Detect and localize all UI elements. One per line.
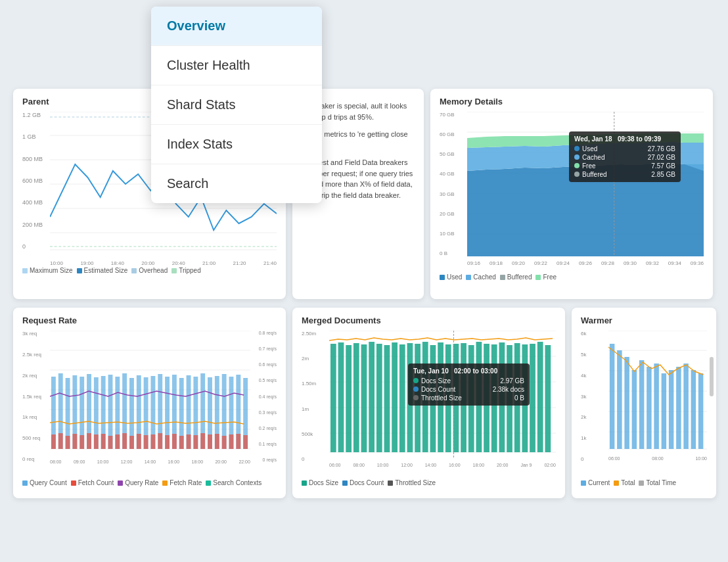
- request-legend: Query Count Fetch Count Query Rate Fetch…: [22, 479, 277, 486]
- request-chart: 08:00 09:00 10:00 12:00 14:00 16:00 18:0…: [50, 331, 250, 456]
- svg-rect-61: [87, 433, 91, 449]
- svg-rect-97: [384, 345, 390, 452]
- svg-rect-69: [144, 435, 148, 449]
- svg-rect-96: [376, 344, 382, 452]
- nav-item-index-stats[interactable]: Index Stats: [151, 125, 322, 164]
- svg-rect-129: [624, 357, 629, 449]
- request-rate-title: Request Rate: [22, 316, 277, 325]
- svg-rect-117: [537, 342, 543, 452]
- svg-rect-90: [330, 344, 336, 452]
- merged-docs-card: Merged Documents 0 500k 1m 1.50m 2m 2.50…: [292, 308, 565, 498]
- svg-rect-127: [610, 344, 615, 449]
- legend-dot-tripped: [171, 268, 177, 273]
- svg-rect-132: [647, 367, 652, 449]
- svg-rect-138: [691, 370, 696, 449]
- svg-rect-94: [361, 344, 367, 452]
- merged-docs-title: Merged Documents: [302, 316, 556, 325]
- svg-rect-78: [208, 434, 212, 449]
- merged-chart: Tue, Jan 10 02:00 to 03:00 Docs Size 2.9…: [329, 331, 556, 469]
- legend-dot-overhead: [131, 268, 137, 273]
- merged-tooltip-title: Tue, Jan 10 02:00 to 03:00: [413, 367, 524, 375]
- legend-dot-max: [22, 268, 28, 273]
- svg-rect-118: [545, 345, 551, 452]
- svg-rect-81: [229, 434, 234, 449]
- memory-y-axis: 0 B 10 GB 20 GB 30 GB 40 GB 50 GB 60 GB …: [440, 112, 466, 256]
- svg-rect-80: [222, 436, 227, 449]
- svg-rect-64: [108, 436, 113, 449]
- memory-card: Memory Details 0 B 10 GB 20 GB 30 GB 40 …: [430, 89, 713, 299]
- parent-y-axis: 0 200 MB 400 MB 600 MB 800 MB 1 GB 1.2 G…: [22, 112, 49, 250]
- svg-rect-71: [158, 433, 162, 449]
- scrollbar[interactable]: [710, 357, 714, 396]
- svg-rect-131: [639, 360, 645, 449]
- svg-rect-135: [669, 370, 674, 449]
- request-y-right: 0 req/s 0.1 req/s 0.2 req/s 0.3 req/s 0.…: [252, 331, 277, 462]
- svg-rect-130: [632, 370, 637, 449]
- warmer-legend: Current Total Total Time: [581, 479, 707, 486]
- request-y-left: 0 req 500 req 1k req 1.5k req 2k req 2.5…: [22, 331, 49, 462]
- request-rate-card: Request Rate 0 req 500 req 1k req 1.5k r…: [13, 308, 286, 498]
- nav-item-overview[interactable]: Overview: [151, 7, 322, 46]
- svg-rect-62: [94, 434, 99, 449]
- legend-used: [440, 275, 445, 280]
- svg-rect-66: [122, 433, 127, 449]
- merged-y-axis: 0 500k 1m 1.50m 2m 2.50m: [302, 331, 328, 462]
- svg-rect-134: [662, 373, 667, 449]
- svg-rect-56: [51, 434, 56, 449]
- svg-rect-99: [399, 344, 405, 452]
- memory-chart: Wed, Jan 18 09:38 to 09:39 Used 27.76 GB…: [467, 112, 704, 269]
- svg-rect-65: [115, 434, 120, 449]
- svg-rect-72: [165, 435, 170, 449]
- memory-tooltip: Wed, Jan 18 09:38 to 09:39 Used 27.76 GB…: [569, 131, 681, 182]
- memory-legend: Used Cached Buffered Free: [440, 273, 704, 281]
- svg-rect-76: [193, 435, 198, 449]
- warmer-y-axis: 0 1k 2k 3k 4k 5k 6k: [581, 331, 607, 462]
- svg-rect-92: [346, 345, 352, 452]
- warmer-title: Warmer: [581, 316, 707, 325]
- svg-rect-98: [392, 342, 398, 452]
- svg-rect-74: [179, 436, 184, 449]
- svg-rect-116: [530, 344, 535, 452]
- svg-rect-79: [215, 434, 219, 449]
- nav-dropdown: Overview Cluster Health Shard Stats Inde…: [151, 7, 322, 203]
- legend-dot-est: [77, 268, 82, 273]
- svg-rect-75: [187, 434, 191, 449]
- parent-legend: Maximum Size Estimated Size Overhead Tri…: [22, 267, 277, 274]
- nav-item-cluster-health[interactable]: Cluster Health: [151, 46, 322, 85]
- merged-legend: Docs Size Docs Count Throttled Size: [302, 479, 556, 486]
- svg-rect-93: [353, 343, 359, 452]
- nav-item-search[interactable]: Search: [151, 164, 322, 203]
- svg-rect-82: [236, 434, 240, 449]
- memory-card-title: Memory Details: [440, 97, 704, 106]
- svg-rect-137: [683, 363, 689, 449]
- dashboard: Overview Cluster Health Shard Stats Inde…: [0, 0, 728, 562]
- svg-rect-58: [66, 436, 70, 449]
- svg-rect-68: [137, 434, 141, 449]
- warmer-chart: 06:00 08:00 10:00: [608, 331, 707, 462]
- svg-rect-136: [676, 367, 681, 449]
- tooltip-title: Wed, Jan 18 09:38 to 09:39: [574, 135, 675, 143]
- svg-rect-67: [129, 436, 134, 449]
- svg-rect-139: [698, 373, 704, 449]
- svg-rect-70: [150, 434, 155, 449]
- svg-rect-133: [654, 363, 659, 449]
- warmer-card: Warmer 0 1k 2k 3k 4k 5k 6k: [572, 308, 716, 498]
- svg-rect-83: [243, 435, 248, 449]
- svg-rect-59: [72, 434, 77, 449]
- legend-cached: [466, 275, 471, 280]
- svg-rect-95: [369, 342, 375, 452]
- svg-rect-60: [80, 435, 84, 449]
- legend-free: [535, 275, 541, 280]
- merged-tooltip: Tue, Jan 10 02:00 to 03:00 Docs Size 2.9…: [408, 363, 530, 406]
- svg-rect-77: [200, 433, 205, 449]
- nav-item-shard-stats[interactable]: Shard Stats: [151, 85, 322, 125]
- svg-rect-91: [338, 342, 344, 452]
- svg-rect-128: [617, 350, 622, 449]
- svg-rect-73: [172, 434, 177, 449]
- legend-buffered: [500, 275, 505, 280]
- svg-rect-57: [58, 433, 63, 449]
- svg-rect-63: [101, 434, 106, 449]
